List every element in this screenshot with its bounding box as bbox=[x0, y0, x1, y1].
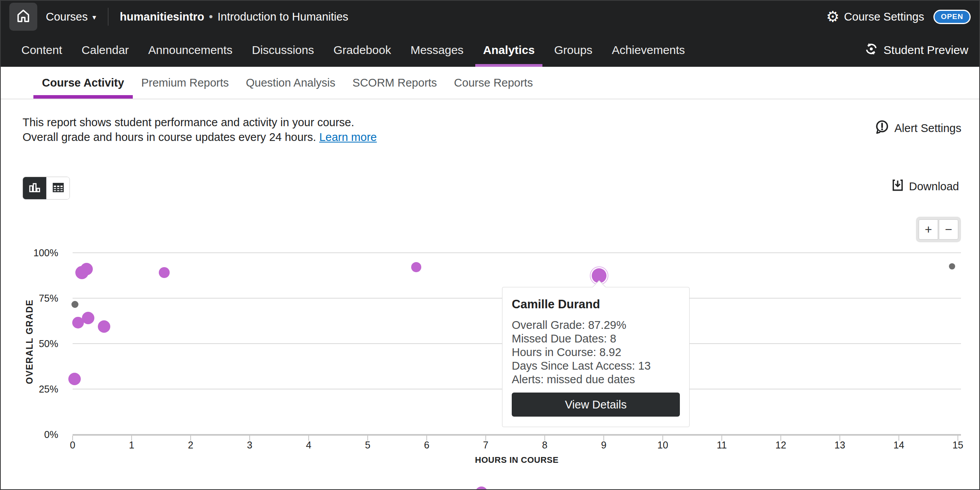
y-tick-label: 75% bbox=[16, 292, 58, 304]
subtab-course-reports[interactable]: Course Reports bbox=[445, 67, 541, 99]
alert-settings-label: Alert Settings bbox=[895, 122, 961, 135]
home-icon bbox=[16, 8, 31, 25]
x-tick-label: 12 bbox=[769, 440, 792, 451]
bar-chart-icon bbox=[28, 181, 41, 196]
tooltip-hours-in-course: Hours in Course: 8.92 bbox=[512, 346, 680, 359]
divider bbox=[108, 8, 108, 26]
x-tick-label: 8 bbox=[533, 440, 556, 451]
nav-tab-content[interactable]: Content bbox=[14, 33, 70, 67]
zoom-out-button[interactable]: − bbox=[939, 219, 958, 240]
data-point[interactable] bbox=[411, 262, 421, 272]
x-tick-label: 4 bbox=[297, 440, 320, 451]
course-title: Introduction to Humanities bbox=[217, 10, 348, 23]
top-bar: Courses ▾ humanitiesintro • Introduction… bbox=[0, 0, 980, 33]
table-icon bbox=[52, 181, 65, 196]
y-tick-label: 0% bbox=[16, 429, 58, 440]
tooltip-caret bbox=[593, 280, 606, 294]
download-button[interactable]: Download bbox=[891, 179, 959, 195]
x-tick-label: 11 bbox=[710, 440, 733, 451]
course-settings-label: Course Settings bbox=[844, 10, 924, 23]
data-point[interactable] bbox=[949, 263, 955, 269]
x-tick-label: 6 bbox=[415, 440, 438, 451]
x-tick-label: 0 bbox=[61, 440, 84, 451]
gridline bbox=[73, 252, 961, 253]
tooltip-overall-grade: Overall Grade: 87.29% bbox=[512, 318, 680, 332]
x-tick-label: 10 bbox=[651, 440, 674, 451]
tooltip-alerts: Alerts: missed due dates bbox=[512, 373, 680, 386]
y-tick-label: 25% bbox=[16, 383, 58, 395]
alert-settings-button[interactable]: Alert Settings bbox=[874, 120, 961, 137]
data-point[interactable] bbox=[71, 301, 78, 308]
table-view-button[interactable] bbox=[46, 177, 70, 199]
course-separator: • bbox=[209, 10, 213, 23]
x-axis-label: HOURS IN COURSE bbox=[475, 455, 558, 465]
analytics-subnav: Course Activity Premium Reports Question… bbox=[0, 67, 980, 99]
data-point[interactable] bbox=[159, 267, 170, 278]
gridline bbox=[73, 434, 961, 436]
x-tick-label: 3 bbox=[238, 440, 261, 451]
tooltip-missed-due-dates: Missed Due Dates: 8 bbox=[512, 332, 680, 346]
student-preview-icon bbox=[864, 42, 878, 59]
subtab-premium-reports[interactable]: Premium Reports bbox=[133, 67, 238, 99]
zoom-in-button[interactable]: + bbox=[919, 219, 938, 240]
data-point[interactable] bbox=[475, 487, 488, 490]
report-description: This report shows student performance an… bbox=[23, 115, 377, 144]
caret-down-icon: ▾ bbox=[92, 13, 96, 22]
x-tick-label: 14 bbox=[887, 440, 910, 451]
alert-icon bbox=[874, 120, 889, 137]
open-status-badge[interactable]: OPEN bbox=[933, 10, 971, 24]
y-tick-label: 100% bbox=[16, 247, 58, 259]
chart-zoom-controls: + − bbox=[916, 217, 961, 242]
nav-tab-messages[interactable]: Messages bbox=[403, 33, 471, 67]
nav-tab-discussions[interactable]: Discussions bbox=[244, 33, 322, 67]
view-details-button[interactable]: View Details bbox=[512, 393, 680, 417]
tooltip-student-name: Camille Durand bbox=[512, 297, 680, 311]
x-tick-label: 15 bbox=[946, 440, 970, 451]
nav-tab-announcements[interactable]: Announcements bbox=[141, 33, 240, 67]
chart-view-button[interactable] bbox=[23, 177, 46, 199]
download-label: Download bbox=[909, 180, 959, 193]
x-tick-label: 5 bbox=[356, 440, 379, 451]
nav-tab-gradebook[interactable]: Gradebook bbox=[326, 33, 399, 67]
report-description-line1: This report shows student performance an… bbox=[23, 115, 377, 130]
x-tick-label: 2 bbox=[179, 440, 202, 451]
y-tick-label: 50% bbox=[16, 338, 58, 349]
analytics-page: Courses ▾ humanitiesintro • Introduction… bbox=[0, 0, 980, 490]
nav-tab-analytics[interactable]: Analytics bbox=[475, 33, 542, 67]
nav-tab-groups[interactable]: Groups bbox=[546, 33, 600, 67]
view-toggle bbox=[23, 177, 70, 200]
data-point[interactable] bbox=[98, 320, 110, 333]
nav-tab-achievements[interactable]: Achievements bbox=[604, 33, 693, 67]
data-point[interactable] bbox=[80, 263, 93, 275]
course-settings-button[interactable]: ⚙ Course Settings bbox=[826, 9, 924, 24]
data-point[interactable] bbox=[82, 312, 94, 324]
student-tooltip: Camille Durand Overall Grade: 87.29% Mis… bbox=[502, 287, 690, 427]
tooltip-days-since-access: Days Since Last Access: 13 bbox=[512, 359, 680, 373]
x-tick-label: 13 bbox=[828, 440, 851, 451]
courses-label: Courses bbox=[46, 10, 88, 23]
data-point[interactable] bbox=[68, 373, 81, 385]
report-description-line2: Overall grade and hours in course update… bbox=[23, 131, 316, 143]
student-preview-label: Student Preview bbox=[884, 43, 968, 57]
gear-icon: ⚙ bbox=[826, 9, 839, 24]
home-button[interactable] bbox=[9, 3, 37, 31]
course-code: humanitiesintro bbox=[120, 10, 205, 23]
courses-dropdown[interactable]: Courses ▾ bbox=[46, 10, 96, 23]
x-tick-label: 7 bbox=[474, 440, 497, 451]
learn-more-link[interactable]: Learn more bbox=[319, 131, 377, 143]
course-nav: Content Calendar Announcements Discussio… bbox=[0, 33, 980, 67]
subtab-course-activity[interactable]: Course Activity bbox=[33, 67, 133, 99]
x-tick-label: 1 bbox=[120, 440, 143, 451]
download-icon bbox=[891, 179, 904, 195]
subtab-question-analysis[interactable]: Question Analysis bbox=[237, 67, 344, 99]
scatter-chart: OVERALL GRADE HOURS IN COURSE 100%75%50%… bbox=[0, 217, 980, 490]
x-tick-label: 9 bbox=[592, 440, 615, 451]
nav-tab-calendar[interactable]: Calendar bbox=[74, 33, 137, 67]
student-preview-button[interactable]: Student Preview bbox=[864, 42, 968, 59]
subtab-scorm-reports[interactable]: SCORM Reports bbox=[344, 67, 446, 99]
